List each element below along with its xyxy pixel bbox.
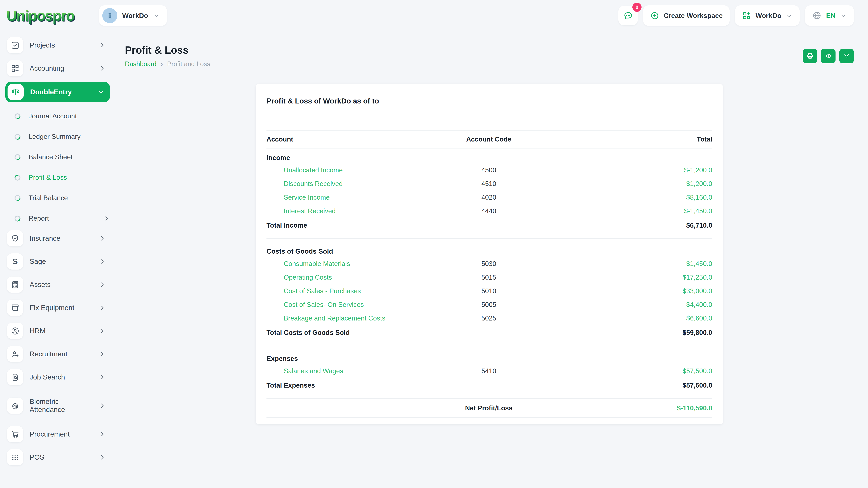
col-account: Account [267,135,427,143]
messages-button[interactable]: 0 [618,6,638,25]
calculator-icon [10,280,20,289]
account-code: 5030 [427,260,551,268]
create-workspace-label: Create Workspace [663,12,723,20]
section-total-value: $57,500.0 [551,382,712,389]
breadcrumb: Dashboard › Profit and Loss [125,60,210,68]
account-link[interactable]: Unallocated Income [267,166,427,174]
cart-icon [10,430,20,439]
card-title: Profit & Loss of WorkDo as of to [267,97,712,105]
divider [267,238,712,239]
sidebar-item-hrm[interactable]: HRM [5,321,110,340]
sidebar-item-procurement[interactable]: Procurement [5,424,110,444]
filter-button[interactable] [839,49,854,63]
account-link[interactable]: Service Income [267,194,427,201]
section-total-label: Total Income [267,222,427,229]
section-total-row: Total Costs of Goods Sold $59,800.0 [267,325,712,341]
account-link[interactable]: Cost of Sales- On Services [267,301,427,308]
sidebar-item-report[interactable]: Report [5,208,110,229]
sidebar-item-ledger-summary[interactable]: Ledger Summary [5,126,110,147]
sidebar-item-accounting[interactable]: Accounting [5,59,110,78]
account-total: $57,500.0 [551,367,712,375]
account-link[interactable]: Operating Costs [267,273,427,281]
table-row: Interest Received 4440 $-1,450.0 [267,204,712,218]
language-dropdown[interactable]: EN [805,5,854,26]
chevron-down-icon [786,12,793,19]
col-total: Total [551,135,712,143]
chevron-right-icon: › [161,61,163,67]
account-total: $8,160.0 [551,194,712,201]
section-total-row: Total Income $6,710.0 [267,218,712,234]
sage-letter-icon: S [12,257,18,266]
account-link[interactable]: Breakage and Replacement Costs [267,315,427,322]
person-dashed-circle-icon [10,326,20,335]
spinner-bullet-icon [14,195,21,202]
chevron-right-icon [99,304,105,311]
shield-check-icon [10,234,20,243]
section-total-label: Total Expenses [267,382,427,389]
section-total-value: $59,800.0 [551,329,712,336]
account-total: $17,250.0 [551,273,712,281]
account-code: 4500 [427,166,551,174]
sidebar-item-profit-loss[interactable]: Profit & Loss [5,167,110,188]
sidebar-item-job-search[interactable]: Job Search [5,367,110,387]
sidebar-item-insurance[interactable]: Insurance [5,229,110,248]
sidebar: Projects Accounting DoubleEntry Journal … [0,31,114,488]
checkbox-icon [10,41,20,50]
sidebar-item-sage[interactable]: S Sage [5,252,110,271]
account-link[interactable]: Interest Received [267,207,427,215]
topbar: Unipospro WorkDo 0 [0,0,868,31]
create-workspace-button[interactable]: Create Workspace [643,5,730,26]
breadcrumb-current: Profit and Loss [167,60,210,68]
spinner-bullet-icon [14,113,21,120]
sidebar-item-journal-account[interactable]: Journal Account [5,106,110,126]
chevron-down-icon [153,12,160,19]
workspace-chip[interactable]: WorkDo [99,5,167,26]
net-profit-row: Net Profit/Loss $-110,590.0 [267,398,712,418]
breadcrumb-dashboard-link[interactable]: Dashboard [125,60,156,68]
account-code: 5025 [427,315,551,322]
account-code: 4440 [427,207,551,215]
chevron-right-icon [99,402,105,409]
chevron-right-icon [99,258,105,265]
printer-icon [806,52,814,60]
sidebar-item-pos[interactable]: POS [5,448,110,467]
plus-circle-icon [650,11,659,20]
sidebar-item-trial-balance[interactable]: Trial Balance [5,188,110,208]
chevron-right-icon [99,42,105,48]
sidebar-item-balance-sheet[interactable]: Balance Sheet [5,147,110,167]
workspace-avatar [102,8,117,23]
sidebar-item-fix-equipment[interactable]: Fix Equipment [5,298,110,318]
workspace-chip-label: WorkDo [122,12,148,20]
divider [267,346,712,346]
profit-loss-card: Profit & Loss of WorkDo as of to Account… [256,84,723,424]
sidebar-item-recruitment[interactable]: Recruitment [5,344,110,364]
chevron-right-icon [99,454,105,461]
filter-icon [843,53,850,60]
code-button[interactable] [821,49,836,63]
account-link[interactable]: Salaries and Wages [267,367,427,375]
workspace-dropdown[interactable]: WorkDo [735,5,800,26]
account-link[interactable]: Consumable Materials [267,260,427,268]
col-account-code: Account Code [427,135,551,143]
section-total-label: Total Costs of Goods Sold [267,329,427,336]
account-link[interactable]: Cost of Sales - Purchases [267,287,427,295]
account-link[interactable]: Discounts Received [267,180,427,188]
chevron-right-icon [99,282,105,288]
document-search-icon [10,373,20,382]
chevron-down-icon [98,89,104,95]
account-total: $1,450.0 [551,260,712,268]
table-row: Cost of Sales - Purchases 5010 $33,000.0 [267,284,712,298]
sidebar-item-assets[interactable]: Assets [5,275,110,294]
sidebar-item-biometric-attendance[interactable]: Biometric Attendance [5,391,110,421]
account-code: 5015 [427,273,551,281]
sidebar-item-projects[interactable]: Projects [5,35,110,55]
workspace-dropdown-label: WorkDo [755,12,781,20]
chevron-right-icon [103,215,110,222]
chevron-right-icon [99,328,105,334]
section-header-cogs: Costs of Goods Sold [267,242,712,257]
language-code: EN [826,12,836,20]
section-total-value: $6,710.0 [551,222,712,229]
spinner-bullet-icon [14,133,21,140]
print-button[interactable] [803,49,817,63]
sidebar-item-doubleentry[interactable]: DoubleEntry [5,82,110,102]
